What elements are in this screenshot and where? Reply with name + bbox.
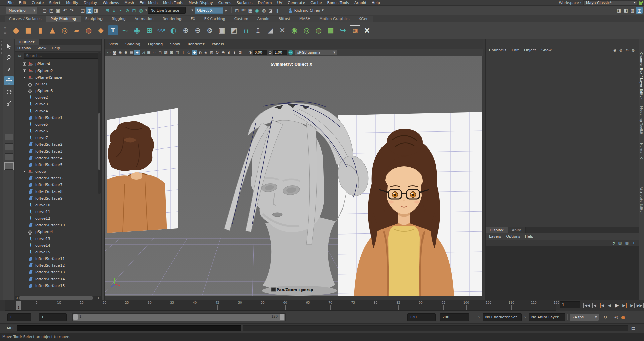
outliner-item[interactable]: pSphere2 bbox=[15, 67, 101, 74]
film-gate-icon[interactable]: ▭ bbox=[152, 50, 157, 55]
menu-item[interactable]: Cache bbox=[308, 1, 324, 5]
outliner-item[interactable]: loftedSurface15 bbox=[15, 282, 101, 289]
subdivide-icon[interactable]: ⊞ bbox=[143, 24, 155, 37]
single-pane-layout-button[interactable] bbox=[5, 134, 13, 140]
curve-to-poly-icon[interactable]: ↪ bbox=[337, 24, 349, 37]
safe-action-icon[interactable]: ◫ bbox=[174, 50, 180, 55]
anim-layer-field[interactable] bbox=[529, 313, 565, 321]
shelf-tab[interactable]: Curves / Surfaces bbox=[5, 16, 46, 22]
command-grip[interactable] bbox=[1, 325, 3, 331]
timeline-grip[interactable] bbox=[1, 300, 3, 307]
poly-sphere-icon[interactable]: ● bbox=[10, 24, 22, 37]
shelf-tab[interactable]: Rendering bbox=[158, 16, 186, 22]
ipr-render-icon[interactable]: IPR bbox=[240, 7, 247, 14]
outliner-persp-layout-button[interactable] bbox=[5, 163, 13, 170]
channels-menu[interactable]: Channels bbox=[489, 48, 506, 52]
right-image-plane[interactable] bbox=[338, 112, 482, 296]
snap-to-view-plane-icon[interactable]: ⊡ bbox=[131, 7, 137, 14]
lasso-tool[interactable] bbox=[4, 53, 14, 62]
outliner-item[interactable]: curve12 bbox=[15, 215, 101, 222]
scroll-left-icon[interactable]: ◀ bbox=[15, 296, 19, 300]
outliner-item[interactable]: loftedSurface6 bbox=[15, 175, 101, 181]
viewport-menu-item[interactable]: Panels bbox=[212, 42, 224, 46]
layer-menu-item[interactable]: Help bbox=[525, 234, 533, 239]
viewport-menu-item[interactable]: Renderer bbox=[188, 42, 204, 46]
outliner-menu-item[interactable]: Help bbox=[52, 46, 60, 50]
smooth-mesh-icon[interactable]: ◉ bbox=[131, 24, 143, 37]
menu-item[interactable]: Deform bbox=[255, 1, 274, 5]
layer-sync-icon[interactable]: ◔ bbox=[611, 240, 616, 246]
ambient-occlusion-icon[interactable]: ◖ bbox=[226, 50, 232, 55]
layer-editor-tab[interactable]: Display bbox=[486, 227, 508, 233]
outliner-item[interactable]: loftedSurface3 bbox=[15, 148, 101, 155]
symmetry-check-icon[interactable]: ▩ bbox=[350, 25, 360, 35]
new-empty-layer-icon[interactable]: ▦ bbox=[624, 240, 630, 246]
layer-menu-item[interactable]: Layers bbox=[489, 234, 501, 239]
append-polygon-icon[interactable]: ◩ bbox=[228, 24, 240, 37]
sidebar-tab-channel-box[interactable]: Channel Box / Layer Editor bbox=[640, 52, 643, 99]
outliner-item[interactable]: curve15 bbox=[15, 249, 101, 255]
outliner-item[interactable]: pSphere4 bbox=[15, 228, 101, 235]
play-forwards-button[interactable]: ▶ bbox=[613, 301, 621, 309]
scrollbar-thumb[interactable] bbox=[19, 296, 93, 300]
animation-end-field[interactable] bbox=[440, 313, 469, 321]
four-pane-layout-button[interactable] bbox=[5, 153, 13, 160]
shelf-menu-icon[interactable]: ▾ bbox=[4, 26, 6, 30]
gamma-field[interactable] bbox=[273, 50, 287, 55]
command-language-label[interactable]: MEL bbox=[5, 326, 17, 330]
time-slider[interactable]: 1 51015202530354045505560657075808590951… bbox=[5, 300, 556, 311]
next-key-button[interactable]: ▶ bbox=[621, 301, 629, 309]
step-back-frame-button[interactable]: ◀ bbox=[590, 301, 598, 309]
channel-speed-icon[interactable]: ◉ bbox=[612, 48, 617, 53]
boolean-intersection-icon[interactable]: ◍ bbox=[313, 24, 325, 37]
field-chart-icon[interactable]: ⊞ bbox=[169, 50, 174, 55]
outliner-item[interactable]: loftedSurface9 bbox=[15, 195, 101, 202]
bevel-icon[interactable]: ◢ bbox=[264, 24, 276, 37]
outliner-tab[interactable]: Outliner bbox=[15, 39, 39, 45]
snap-to-curve-icon[interactable]: ∪ bbox=[111, 7, 117, 14]
sidebar-tab-attribute-editor[interactable]: Attribute Editor bbox=[640, 187, 643, 214]
outliner-item[interactable]: curve11 bbox=[15, 208, 101, 215]
expand-icon[interactable] bbox=[23, 69, 26, 72]
hypershade-icon[interactable]: ◉ bbox=[254, 7, 260, 14]
poly-disc-icon[interactable]: ◍ bbox=[83, 24, 95, 37]
make-live-icon[interactable]: ◍ bbox=[137, 7, 144, 14]
outliner-item[interactable]: loftedSurface1 bbox=[15, 114, 101, 121]
center-pivot-icon[interactable]: 0,0,0 bbox=[155, 24, 167, 37]
viewport-menu-item[interactable]: Show bbox=[170, 42, 180, 46]
shadows-icon[interactable]: ◓ bbox=[220, 50, 226, 55]
outliner-item[interactable]: curve4 bbox=[15, 108, 101, 114]
chevron-down-icon[interactable]: ▼ bbox=[191, 9, 193, 12]
image-plane-icon[interactable]: ▤ bbox=[129, 50, 134, 55]
channel-manip-icon[interactable]: ◍ bbox=[631, 48, 636, 53]
rotate-tool[interactable] bbox=[4, 87, 14, 97]
quad-draw-icon[interactable]: ▦ bbox=[325, 24, 337, 37]
menu-item[interactable]: Arnold bbox=[352, 1, 369, 5]
viewport-menu-item[interactable]: Lighting bbox=[148, 42, 163, 46]
statusline-grip[interactable] bbox=[3, 7, 5, 14]
menubar-grip[interactable] bbox=[1, 1, 3, 4]
shelf-tab[interactable]: Animation bbox=[130, 16, 158, 22]
shelf-tab[interactable]: Custom bbox=[230, 16, 253, 22]
layer-visibility-icon[interactable]: ▤ bbox=[617, 240, 623, 246]
range-slider-track[interactable]: 1 120 bbox=[73, 314, 285, 321]
scale-tool[interactable] bbox=[4, 99, 14, 108]
boolean-union-icon[interactable]: ◉ bbox=[288, 24, 300, 37]
outliner-item[interactable]: curve10 bbox=[15, 202, 101, 208]
sidebar-tab-humanik[interactable]: HumanIK bbox=[640, 143, 643, 159]
use-default-material-icon[interactable]: ◈ bbox=[203, 50, 209, 55]
textured-icon[interactable]: ◐ bbox=[197, 50, 203, 55]
scroll-right-icon[interactable]: ▶ bbox=[97, 296, 101, 300]
sidebar-tab-modeling-toolkit[interactable]: Modeling Toolkit bbox=[640, 106, 643, 135]
extract-icon[interactable]: ⊗ bbox=[204, 24, 216, 37]
play-backwards-button[interactable]: ◀ bbox=[606, 301, 613, 309]
extrude-icon[interactable]: ↥ bbox=[252, 24, 264, 37]
range-start-handle[interactable] bbox=[73, 314, 78, 320]
outliner-item[interactable]: pSphere3 bbox=[15, 87, 101, 94]
shelf-tab[interactable]: Motion Graphics bbox=[315, 16, 354, 22]
multi-cut-icon[interactable]: ✕ bbox=[276, 24, 288, 37]
menu-item[interactable]: Surfaces bbox=[234, 1, 255, 5]
outliner-vertical-scrollbar[interactable] bbox=[98, 52, 101, 194]
isolate-select-icon[interactable]: ⊠ bbox=[237, 50, 243, 55]
viewport-menu-item[interactable]: Shading bbox=[125, 42, 140, 46]
